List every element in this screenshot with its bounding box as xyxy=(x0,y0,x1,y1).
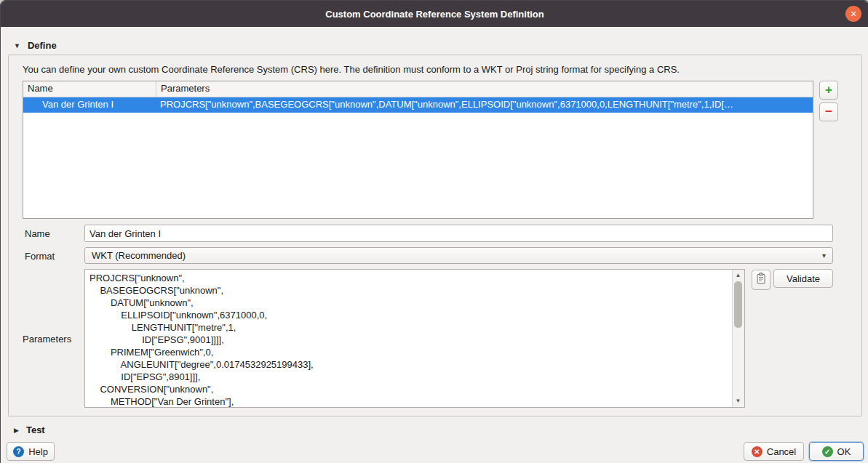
window-title: Custom Coordinate Reference System Defin… xyxy=(325,9,544,20)
cancel-button[interactable]: ✕ Cancel xyxy=(744,442,804,461)
table-row[interactable]: Van der Grinten I PROJCRS["unknown",BASE… xyxy=(23,97,813,113)
test-section-label: Test xyxy=(26,424,45,435)
test-section-header[interactable]: ▶ Test xyxy=(14,424,45,435)
crs-description-text: You can define your own custom Coordinat… xyxy=(23,64,680,75)
scrollbar-thumb[interactable] xyxy=(734,281,742,328)
remove-crs-button[interactable]: − xyxy=(819,102,838,121)
row-name-cell: Van der Grinten I xyxy=(23,97,156,113)
ok-icon: ✓ xyxy=(822,446,833,457)
help-icon: ? xyxy=(13,446,24,457)
help-button-label: Help xyxy=(28,446,48,457)
row-parameters-cell: PROJCRS["unknown",BASEGEOGCRS["unknown",… xyxy=(156,97,813,113)
ok-button-label: OK xyxy=(837,446,851,457)
name-field-label: Name xyxy=(25,228,50,239)
format-select[interactable]: WKT (Recommended) ▾ xyxy=(84,247,833,264)
collapse-arrow-icon: ▼ xyxy=(14,42,20,49)
add-crs-button[interactable]: + xyxy=(819,81,838,100)
chevron-down-icon: ▾ xyxy=(822,251,826,259)
name-input[interactable] xyxy=(84,225,833,242)
remove-icon: − xyxy=(825,105,832,118)
format-field-label: Format xyxy=(25,251,55,262)
titlebar[interactable]: Custom Coordinate Reference System Defin… xyxy=(1,1,868,27)
cancel-button-label: Cancel xyxy=(767,446,796,457)
ok-button[interactable]: ✓ OK xyxy=(809,442,864,461)
expand-arrow-icon: ▶ xyxy=(14,427,19,434)
help-button[interactable]: ? Help xyxy=(7,442,55,461)
custom-crs-dialog: Custom Coordinate Reference System Defin… xyxy=(0,0,868,463)
wkt-text[interactable]: PROJCRS["unknown", BASEGEOGCRS["unknown"… xyxy=(85,270,733,407)
define-section-header[interactable]: ▼ Define xyxy=(14,40,57,51)
validate-button[interactable]: Validate xyxy=(773,269,833,288)
crs-table-header: Name Parameters xyxy=(23,81,813,97)
parameters-field-label: Parameters xyxy=(23,334,71,345)
column-header-name[interactable]: Name xyxy=(23,81,156,97)
format-selected-value: WKT (Recommended) xyxy=(92,250,186,261)
scroll-down-icon[interactable]: ▼ xyxy=(733,396,744,406)
column-header-parameters[interactable]: Parameters xyxy=(156,81,813,97)
cancel-icon: ✕ xyxy=(752,446,763,457)
clipboard-icon xyxy=(756,273,766,287)
parameters-editor[interactable]: PROJCRS["unknown", BASEGEOGCRS["unknown"… xyxy=(84,269,745,408)
add-icon: + xyxy=(825,84,832,96)
define-section-label: Define xyxy=(28,40,57,51)
parameters-scrollbar[interactable]: ▲ ▼ xyxy=(732,270,744,407)
scroll-up-icon[interactable]: ▲ xyxy=(733,270,744,281)
close-icon[interactable]: ✕ xyxy=(845,6,861,22)
copy-wkt-button[interactable] xyxy=(752,270,771,290)
crs-list-table: Name Parameters Van der Grinten I PROJCR… xyxy=(23,81,813,219)
